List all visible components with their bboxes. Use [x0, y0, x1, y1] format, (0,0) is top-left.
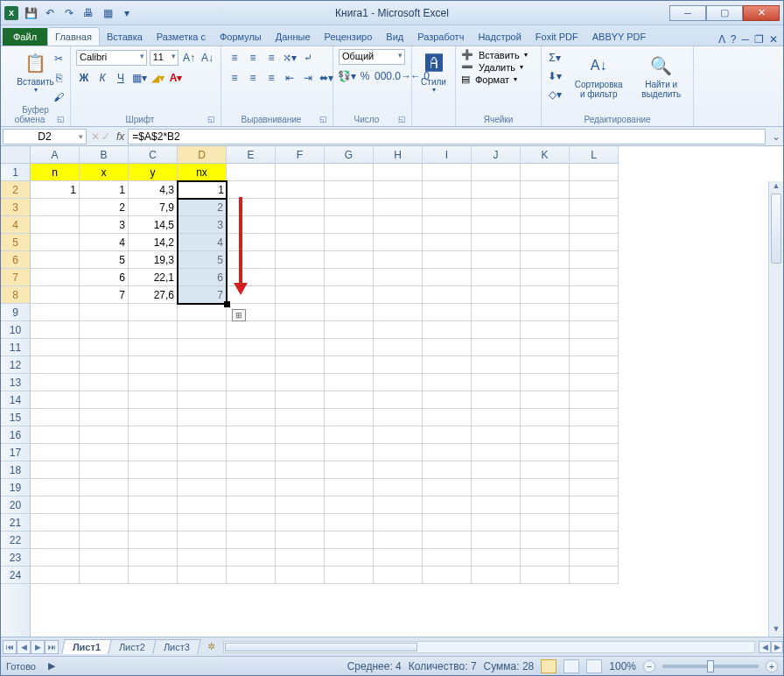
cell-D19[interactable]: [178, 479, 227, 496]
cell-E6[interactable]: [227, 251, 276, 269]
tab-abbyy[interactable]: ABBYY PDF: [585, 28, 654, 46]
row-header-1[interactable]: 1: [1, 164, 30, 181]
cell-J9[interactable]: [472, 304, 521, 321]
alignment-dialog-icon[interactable]: ◱: [319, 115, 327, 123]
cell-E4[interactable]: [227, 216, 276, 234]
cell-F21[interactable]: [276, 514, 325, 532]
cell-C3[interactable]: 7,9: [129, 199, 178, 216]
cell-D21[interactable]: [178, 514, 227, 532]
tab-last-icon[interactable]: ⏭: [45, 640, 59, 654]
cancel-formula-icon[interactable]: ✕: [91, 130, 100, 143]
tab-view[interactable]: Вид: [379, 28, 410, 46]
cell-D16[interactable]: [178, 426, 227, 444]
cells-delete-button[interactable]: ➖Удалить▾: [461, 61, 536, 73]
cell-A17[interactable]: [31, 444, 80, 461]
col-header-H[interactable]: H: [374, 146, 423, 163]
cell-H23[interactable]: [374, 549, 423, 567]
cell-K13[interactable]: [521, 374, 570, 391]
cell-D12[interactable]: [178, 356, 227, 374]
cell-F14[interactable]: [276, 391, 325, 409]
cell-I17[interactable]: [423, 444, 472, 461]
cell-L8[interactable]: [570, 286, 619, 304]
cell-J18[interactable]: [472, 461, 521, 479]
cell-K2[interactable]: [521, 181, 570, 199]
row-header-11[interactable]: 11: [1, 339, 30, 356]
cell-C10[interactable]: [129, 321, 178, 339]
cell-C9[interactable]: [129, 304, 178, 321]
workbook-close-icon[interactable]: ✕: [769, 33, 778, 46]
cell-L24[interactable]: [570, 567, 619, 584]
cell-E23[interactable]: [227, 549, 276, 567]
cell-B16[interactable]: [80, 426, 129, 444]
cell-I9[interactable]: [423, 304, 472, 321]
cell-K20[interactable]: [521, 496, 570, 514]
cell-K16[interactable]: [521, 426, 570, 444]
cell-F2[interactable]: [276, 181, 325, 199]
cell-A21[interactable]: [31, 514, 80, 532]
row-header-23[interactable]: 23: [1, 549, 30, 567]
cell-L19[interactable]: [570, 479, 619, 496]
cell-E3[interactable]: [227, 199, 276, 216]
cells-format-button[interactable]: ▤Формат▾: [461, 74, 536, 85]
col-header-K[interactable]: K: [521, 146, 570, 163]
cell-K22[interactable]: [521, 532, 570, 549]
scroll-up-icon[interactable]: ▲: [769, 181, 783, 194]
cell-B13[interactable]: [80, 374, 129, 391]
borders-icon[interactable]: ▦▾: [131, 69, 147, 87]
increase-decimal-icon[interactable]: .0→: [394, 67, 410, 85]
select-all-corner[interactable]: [1, 146, 31, 164]
cell-H15[interactable]: [374, 409, 423, 426]
cell-K3[interactable]: [521, 199, 570, 216]
cell-C8[interactable]: 27,6: [129, 286, 178, 304]
cell-K10[interactable]: [521, 321, 570, 339]
bold-button[interactable]: Ж: [76, 69, 92, 87]
cell-D20[interactable]: [178, 496, 227, 514]
fill-color-icon[interactable]: ◢▾: [150, 69, 165, 87]
row-header-22[interactable]: 22: [1, 532, 30, 549]
orientation-icon[interactable]: ⤭▾: [282, 49, 298, 67]
cell-I13[interactable]: [423, 374, 472, 391]
cell-H19[interactable]: [374, 479, 423, 496]
cell-G17[interactable]: [325, 444, 374, 461]
styles-button[interactable]: 🅰Стили▾: [417, 49, 450, 96]
cell-J20[interactable]: [472, 496, 521, 514]
cell-E15[interactable]: [227, 409, 276, 426]
cell-A10[interactable]: [31, 321, 80, 339]
cell-B4[interactable]: 3: [80, 216, 129, 234]
cell-G12[interactable]: [325, 356, 374, 374]
cell-G18[interactable]: [325, 461, 374, 479]
cell-F11[interactable]: [276, 339, 325, 356]
tab-next-icon[interactable]: ▶: [31, 640, 45, 654]
expand-formula-bar-icon[interactable]: ⌄: [769, 130, 783, 143]
undo-icon[interactable]: ↶: [41, 4, 59, 22]
cell-K7[interactable]: [521, 269, 570, 286]
cell-G15[interactable]: [325, 409, 374, 426]
decrease-font-icon[interactable]: A↓: [200, 49, 215, 67]
cell-F18[interactable]: [276, 461, 325, 479]
italic-button[interactable]: К: [94, 69, 110, 87]
cell-B7[interactable]: 6: [80, 269, 129, 286]
cell-C22[interactable]: [129, 532, 178, 549]
cell-H5[interactable]: [374, 234, 423, 251]
cell-E7[interactable]: [227, 269, 276, 286]
cell-B5[interactable]: 4: [80, 234, 129, 251]
cell-L22[interactable]: [570, 532, 619, 549]
cell-H9[interactable]: [374, 304, 423, 321]
cell-I21[interactable]: [423, 514, 472, 532]
cell-K6[interactable]: [521, 251, 570, 269]
cell-A23[interactable]: [31, 549, 80, 567]
cell-L6[interactable]: [570, 251, 619, 269]
cell-G16[interactable]: [325, 426, 374, 444]
save-icon[interactable]: 💾: [22, 4, 39, 22]
tab-foxit[interactable]: Foxit PDF: [528, 28, 585, 46]
fill-icon[interactable]: ⬇▾: [547, 67, 563, 85]
col-header-C[interactable]: C: [129, 146, 178, 163]
workbook-restore-icon[interactable]: ❐: [754, 33, 764, 46]
cell-A3[interactable]: [31, 199, 80, 216]
cell-L18[interactable]: [570, 461, 619, 479]
close-button[interactable]: ✕: [743, 5, 780, 21]
row-header-9[interactable]: 9: [1, 304, 30, 321]
cell-A5[interactable]: [31, 234, 80, 251]
horizontal-scrollbar[interactable]: [223, 641, 755, 653]
cell-D9[interactable]: [178, 304, 227, 321]
